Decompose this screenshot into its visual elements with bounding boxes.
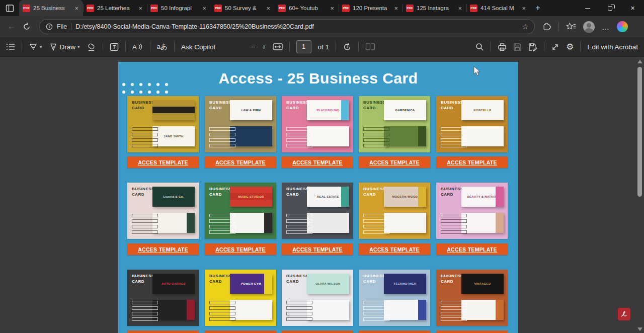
scrollbar[interactable]: [636, 57, 643, 333]
browser-tab-2[interactable]: PDF50 Infograpl×: [147, 0, 211, 16]
eraser-icon[interactable]: [87, 43, 96, 51]
contact-line: [441, 301, 467, 304]
table-of-contents-icon[interactable]: [6, 43, 15, 51]
card-accent: [418, 126, 426, 146]
fullscreen-icon[interactable]: [551, 43, 559, 51]
edit-with-acrobat-button[interactable]: Edit with Acrobat: [587, 43, 638, 51]
access-template-button[interactable]: ACCES TEMPLATE: [127, 243, 199, 255]
browser-tab-5[interactable]: PDF120 Presenta×: [339, 0, 403, 16]
restore-button[interactable]: [599, 0, 621, 16]
browser-tab-7[interactable]: PDF414 Social M×: [466, 0, 530, 16]
contact-lines: [441, 301, 467, 323]
page-title: Access - 25 Business Card: [118, 70, 518, 87]
back-button[interactable]: ←: [4, 22, 19, 32]
card-brand-text: MODERN WOOD: [391, 195, 420, 198]
template-tile-modern-wood: BUSINESS CARDMODERN WOOD: [359, 183, 430, 239]
gear-icon[interactable]: ⚙: [566, 42, 574, 52]
access-template-button[interactable]: ACCES TEMPLATE: [205, 330, 276, 333]
access-template-button[interactable]: ACCES TEMPLATE: [205, 243, 276, 255]
settings-more-button[interactable]: …: [602, 23, 610, 31]
template-tile-licoria-co: BUSINESS CARDLicoria & Co.: [127, 183, 199, 239]
tab-close-button[interactable]: ×: [137, 5, 143, 12]
scroll-down-arrow[interactable]: [637, 327, 642, 331]
business-card-preview: [152, 100, 195, 120]
business-card-preview: REAL ESTATE: [307, 187, 349, 207]
favorite-star-icon[interactable]: ☆: [522, 23, 528, 31]
access-template-button[interactable]: ACCES TEMPLATE: [282, 156, 353, 168]
rotate-icon[interactable]: [343, 43, 352, 51]
tab-actions-menu-button[interactable]: [0, 0, 19, 16]
contact-lines: [286, 301, 312, 323]
add-text-icon[interactable]: [110, 43, 119, 51]
tab-close-button[interactable]: ×: [73, 5, 79, 12]
page-view-icon[interactable]: [365, 43, 375, 51]
access-template-button[interactable]: ACCES TEMPLATE: [359, 243, 430, 255]
access-template-button[interactable]: ACCES TEMPLATE: [127, 156, 199, 168]
access-template-button[interactable]: ACCES TEMPLATE: [436, 243, 508, 255]
copilot-icon[interactable]: [617, 21, 628, 32]
access-template-button[interactable]: ACCES TEMPLATE: [359, 330, 430, 333]
tab-close-button[interactable]: ×: [457, 5, 463, 12]
browser-tab-6[interactable]: PDF125 Instagra×: [403, 0, 466, 16]
browser-tab-1[interactable]: PDF25 Letterhea×: [83, 0, 147, 16]
tab-close-button[interactable]: ×: [329, 5, 335, 12]
page-number-input[interactable]: 1: [296, 40, 311, 53]
access-template-button[interactable]: ACCES TEMPLATE: [205, 156, 276, 168]
url-field[interactable]: File D:/etsy/8400-Social-Media-Canva-Tem…: [39, 19, 535, 34]
business-card-preview: LAW & FIRM: [230, 100, 272, 120]
tab-close-button[interactable]: ×: [393, 5, 399, 12]
tab-close-button[interactable]: ×: [521, 5, 527, 12]
contact-line: [363, 214, 389, 217]
contact-line: [363, 144, 389, 147]
access-template-button[interactable]: ACCES TEMPLATE: [436, 156, 508, 168]
toolbar-divider: [580, 42, 581, 52]
contact-lines: [209, 214, 235, 236]
access-template-button[interactable]: ACCES TEMPLATE: [436, 330, 508, 333]
toolbar-divider: [22, 42, 22, 52]
card-brand-text: LAW & FIRM: [240, 109, 263, 112]
favorites-icon[interactable]: [566, 22, 576, 31]
zoom-in-button[interactable]: +: [262, 43, 266, 51]
acrobat-floating-button[interactable]: [618, 308, 630, 320]
tab-close-button[interactable]: ×: [265, 5, 271, 12]
contact-line: [286, 317, 312, 321]
minimize-button[interactable]: [576, 0, 599, 16]
contact-lines: [363, 214, 389, 236]
scroll-up-arrow[interactable]: [637, 60, 642, 63]
new-tab-button[interactable]: +: [530, 0, 545, 16]
browser-tab-0[interactable]: PDF25 Business×: [19, 0, 83, 16]
close-window-button[interactable]: ×: [621, 0, 644, 16]
print-icon[interactable]: [498, 43, 507, 51]
draw-tool-button[interactable]: Draw ▾: [49, 43, 80, 51]
contact-line: [441, 214, 467, 217]
save-as-icon[interactable]: [528, 43, 537, 51]
contact-line: [286, 225, 312, 228]
browser-tab-4[interactable]: PDF60+ Youtub×: [275, 0, 339, 16]
contact-line: [209, 317, 235, 321]
contact-line: [363, 306, 389, 310]
search-icon[interactable]: [475, 43, 484, 51]
access-template-button[interactable]: ACCES TEMPLATE: [359, 156, 430, 168]
access-template-button[interactable]: ACCES TEMPLATE: [127, 330, 199, 333]
zoom-out-button[interactable]: −: [251, 43, 255, 51]
refresh-button[interactable]: [19, 23, 34, 31]
toolbar-divider: [125, 42, 126, 52]
profile-avatar[interactable]: [583, 21, 595, 33]
contact-line: [132, 138, 158, 142]
contact-line: [132, 219, 158, 223]
browser-tab-3[interactable]: PDF50 Survey &×: [211, 0, 275, 16]
ask-copilot-button[interactable]: Ask Copilot: [181, 43, 215, 51]
access-template-button[interactable]: ACCES TEMPLATE: [282, 243, 353, 255]
contact-line: [286, 312, 312, 315]
highlight-tool-button[interactable]: ▾: [29, 43, 42, 51]
scrollbar-thumb[interactable]: [637, 67, 642, 197]
fit-to-width-icon[interactable]: [273, 43, 283, 51]
save-icon[interactable]: [513, 43, 522, 51]
translate-icon[interactable]: aあ: [157, 42, 168, 51]
tab-close-button[interactable]: ×: [201, 5, 207, 12]
read-aloud-icon[interactable]: A: [132, 43, 143, 51]
url-text[interactable]: D:/etsy/8400-Social-Media-Canva-Template…: [75, 23, 518, 30]
access-template-button[interactable]: ACCES TEMPLATE: [282, 330, 353, 333]
toolbar-divider: [558, 22, 559, 31]
extensions-icon[interactable]: [542, 22, 551, 32]
